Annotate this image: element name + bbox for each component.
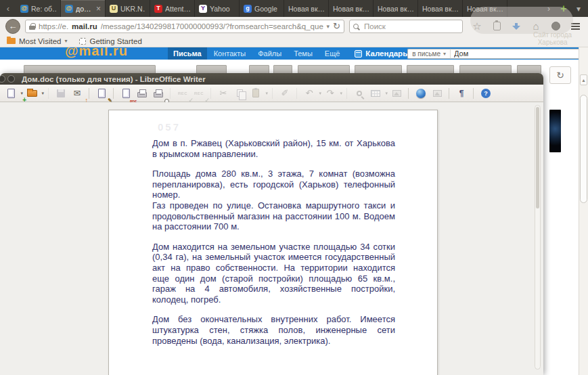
- reload-icon[interactable]: ↻: [333, 21, 340, 31]
- tab-label: UKR.N…: [120, 5, 145, 13]
- libreoffice-toolbar: + ✉ ↑ ✎ PDF: [0, 85, 543, 102]
- tab-scroll-left-icon[interactable]: ‹: [0, 0, 16, 17]
- browser-scrollbar[interactable]: ▲: [579, 47, 588, 375]
- url-dropdown-icon[interactable]: ▾: [327, 23, 330, 30]
- tab-label: Новая вк…: [333, 5, 369, 13]
- mail-search-scope-dropdown[interactable]: в письме ▾: [407, 49, 450, 59]
- document-text: Дом в п. Ржавец (Харьковский район), 15 …: [109, 110, 437, 346]
- tab-new-1[interactable]: Новая вк…: [284, 0, 329, 17]
- libreoffice-scrollbar-thumb[interactable]: [536, 107, 539, 208]
- tab-favicon: U: [110, 5, 118, 13]
- libreoffice-scrollbar[interactable]: [535, 105, 541, 370]
- mailru-header: @mail.ru ПисьмаКонтактыФайлыТемыЕщё Кале…: [0, 47, 579, 60]
- search-input[interactable]: [363, 22, 444, 31]
- tab-favicon: @: [65, 5, 73, 13]
- bookmarks-menu-icon[interactable]: [490, 20, 503, 33]
- url-domain: mail.ru: [72, 22, 97, 30]
- undo-icon[interactable]: ↶: [301, 86, 322, 101]
- tab-favicon: @: [20, 5, 28, 13]
- open-icon[interactable]: [24, 86, 45, 101]
- hyperlink-icon[interactable]: [413, 86, 429, 101]
- screen: ‹ @ Re: об… @ до… × U UKR.N… T Attent…: [0, 0, 588, 375]
- clone-formatting-icon[interactable]: ✐: [277, 86, 293, 101]
- tab-close-icon[interactable]: ×: [96, 5, 101, 13]
- search-icon: [353, 24, 360, 29]
- tab-new-3[interactable]: Новая вк…: [374, 0, 418, 17]
- tab-google[interactable]: g Google: [240, 0, 284, 17]
- tab-new-2[interactable]: Новая вк…: [329, 0, 374, 17]
- scope-label: в письме: [412, 50, 440, 58]
- back-button[interactable]: ←: [5, 19, 20, 34]
- record-changes-icon[interactable]: REC ✓: [175, 86, 191, 101]
- browser-tab-bar: ‹ @ Re: об… @ до… × U UKR.N… T Attent…: [0, 0, 588, 17]
- bookmark-most-visited[interactable]: Most Visited ▾: [7, 37, 67, 45]
- scrollbar-thumb[interactable]: [580, 95, 587, 203]
- tab-do-active[interactable]: @ до… ×: [61, 0, 106, 17]
- calendar-label: Календарь: [365, 49, 407, 58]
- new-tab-button[interactable]: +: [557, 3, 570, 15]
- window-title: Дом.doc (только для чтения) - LibreOffic…: [22, 75, 206, 83]
- tab-strip: @ Re: об… @ до… × U UKR.N… T Attent… Y: [16, 0, 507, 17]
- document-area: 057 Дом в п. Ржавец (Харьковский район),…: [0, 102, 543, 375]
- mailru-calendar-link[interactable]: Календарь: [355, 49, 407, 58]
- send-email-icon[interactable]: ✉ ↑: [69, 86, 85, 101]
- mail-search-input[interactable]: [450, 49, 579, 59]
- copy-icon[interactable]: [231, 86, 248, 101]
- show-changes-icon[interactable]: REC ✓: [191, 86, 207, 101]
- redo-icon[interactable]: ↷: [322, 86, 343, 101]
- mailru-nav-more[interactable]: Ещё: [319, 47, 346, 60]
- formatting-marks-icon[interactable]: ¶: [453, 86, 470, 101]
- export-pdf-icon[interactable]: PDF: [118, 86, 134, 101]
- downloads-icon[interactable]: [510, 20, 523, 33]
- libreoffice-title-bar[interactable]: Дом.doc (только для чтения) - LibreOffic…: [0, 73, 543, 85]
- document-page[interactable]: 057 Дом в п. Ржавец (Харьковский район),…: [108, 110, 438, 375]
- url-bar[interactable]: https://e.mail.ru/message/13402998170000…: [25, 20, 344, 33]
- scrollbar-up-icon[interactable]: ▲: [580, 74, 587, 85]
- print-icon[interactable]: [134, 86, 150, 101]
- find-replace-icon[interactable]: [351, 86, 367, 101]
- tab-scroll-right-icon[interactable]: ›: [542, 4, 556, 14]
- help-icon[interactable]: ?: [478, 86, 494, 101]
- lock-icon: [29, 23, 35, 30]
- tab-new-5[interactable]: Новая вк…: [463, 0, 507, 17]
- print-preview-icon[interactable]: [150, 86, 166, 101]
- cut-icon[interactable]: ✂: [215, 86, 231, 101]
- document-paragraph: Дом без окончательных внутренних работ. …: [152, 314, 395, 346]
- tab-label: Новая вк…: [288, 5, 324, 13]
- insert-image-icon[interactable]: [388, 86, 405, 101]
- window-minimize-icon[interactable]: [7, 75, 15, 83]
- window-close-icon[interactable]: [0, 75, 5, 83]
- tab-favicon: Y: [199, 5, 207, 13]
- tab-list-icon[interactable]: ▾: [572, 4, 585, 14]
- mailru-logo[interactable]: @mail.ru: [65, 47, 168, 59]
- insert-table-icon[interactable]: [367, 86, 388, 101]
- menu-hamburger-icon[interactable]: [568, 20, 582, 33]
- tab-label: Новая вк…: [378, 5, 413, 13]
- bookmark-label: Getting Started: [89, 37, 141, 45]
- viewer-refresh-button[interactable]: ↻: [549, 66, 571, 84]
- document-paragraph: Газ проведен по улице. Остановка маршрут…: [152, 200, 395, 232]
- tab-attent[interactable]: T Attent…: [150, 0, 195, 17]
- browser-search-bar[interactable]: [349, 20, 463, 33]
- tab-re-ob[interactable]: @ Re: об…: [16, 0, 61, 17]
- tab-label: Re: об…: [31, 5, 56, 13]
- tab-yahoo[interactable]: Y Yahoo: [195, 0, 240, 17]
- bookmark-star-icon[interactable]: ☆: [470, 20, 484, 33]
- tab-ukrn[interactable]: U UKR.N…: [106, 0, 150, 17]
- new-document-icon[interactable]: +: [3, 86, 24, 101]
- bookmark-getting-started[interactable]: Getting Started: [79, 37, 141, 45]
- tab-new-4[interactable]: Новая вк…: [418, 0, 463, 17]
- home-icon[interactable]: ⌂: [529, 20, 543, 33]
- account-icon[interactable]: [549, 20, 562, 33]
- edit-file-icon[interactable]: ✎: [93, 86, 110, 101]
- mailru-nav-contacts[interactable]: Контакты: [208, 47, 252, 60]
- save-icon[interactable]: [53, 86, 69, 101]
- gallery-icon[interactable]: [429, 86, 445, 101]
- mailru-nav-files[interactable]: Файлы: [252, 47, 287, 60]
- mailru-nav-letters[interactable]: Письма: [168, 47, 207, 60]
- paste-icon[interactable]: [248, 86, 269, 101]
- tab-label: до…: [76, 5, 91, 13]
- scope-caret-icon: ▾: [443, 51, 446, 57]
- attachment-thumbnail[interactable]: [549, 110, 561, 152]
- mailru-nav-themes[interactable]: Темы: [288, 47, 318, 60]
